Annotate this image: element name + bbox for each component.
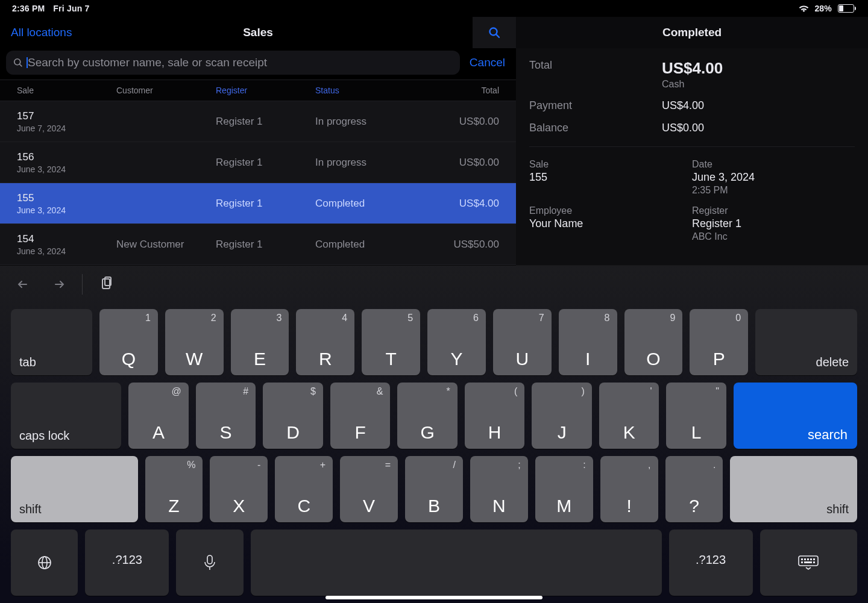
clock: 2:36 PM (12, 4, 45, 13)
key[interactable]: shift (11, 456, 138, 522)
key[interactable]: $D (263, 383, 323, 449)
key[interactable]: tab (11, 309, 92, 375)
col-sale[interactable]: Sale (17, 86, 116, 95)
key[interactable]: /B (405, 456, 463, 522)
svg-rect-15 (813, 558, 815, 560)
date-time: 2:35 PM (692, 185, 855, 196)
col-status[interactable]: Status (315, 86, 433, 95)
key[interactable]: +C (275, 456, 333, 522)
svg-line-3 (20, 64, 22, 66)
undo-icon[interactable] (17, 278, 33, 291)
key[interactable]: caps lock (11, 383, 121, 449)
search-button[interactable] (473, 17, 516, 48)
search-placeholder: Search by customer name, sale or scan re… (28, 56, 267, 69)
key[interactable]: 5T (362, 309, 420, 375)
col-total[interactable]: Total (433, 86, 499, 95)
table-header: Sale Customer Register Status Total (0, 80, 516, 101)
key[interactable]: (H (465, 383, 525, 449)
key[interactable]: shift (730, 456, 857, 522)
key[interactable] (760, 530, 857, 596)
sale-value: 155 (529, 171, 692, 184)
key[interactable]: ,! (600, 456, 658, 522)
key[interactable]: 1Q (99, 309, 158, 375)
balance-label: Balance (529, 122, 662, 134)
key[interactable]: #S (196, 383, 256, 449)
key[interactable] (11, 530, 78, 596)
battery-percent: 28% (814, 4, 832, 13)
key[interactable]: 'K (599, 383, 659, 449)
svg-rect-12 (804, 558, 806, 560)
svg-rect-16 (801, 561, 803, 563)
back-button[interactable]: All locations (0, 26, 72, 39)
home-indicator[interactable] (326, 596, 542, 599)
key[interactable]: 4R (296, 309, 354, 375)
key[interactable]: 0P (690, 309, 748, 375)
sale-label: Sale (529, 159, 692, 170)
detail-title: Completed (516, 17, 868, 48)
page-title: Sales (0, 26, 516, 39)
redo-icon[interactable] (49, 278, 65, 291)
battery-icon (837, 4, 856, 13)
key[interactable]: -X (210, 456, 268, 522)
key[interactable]: =V (340, 456, 398, 522)
key[interactable]: :M (535, 456, 593, 522)
date: Fri Jun 7 (53, 4, 89, 13)
key[interactable]: 7U (493, 309, 552, 375)
key[interactable]: .?123 (85, 530, 169, 596)
total-value: US$4.00 (662, 59, 855, 78)
balance-value: US$0.00 (662, 122, 855, 134)
register-org: ABC Inc (692, 231, 855, 242)
key[interactable]: .? (665, 456, 723, 522)
col-customer[interactable]: Customer (116, 86, 216, 95)
total-method: Cash (662, 79, 855, 90)
search-icon (12, 57, 24, 69)
key[interactable]: "L (666, 383, 726, 449)
key[interactable]: &F (330, 383, 391, 449)
key[interactable] (176, 530, 243, 596)
employee-label: Employee (529, 205, 692, 216)
payment-value: US$4.00 (662, 99, 855, 112)
svg-rect-17 (804, 561, 812, 563)
key[interactable]: )J (532, 383, 592, 449)
payment-label: Payment (529, 99, 662, 112)
register-label: Register (692, 205, 855, 216)
total-label: Total (529, 59, 662, 90)
cancel-button[interactable]: Cancel (466, 56, 509, 69)
key[interactable]: 9O (624, 309, 683, 375)
col-register[interactable]: Register (216, 86, 315, 95)
key[interactable]: 3E (231, 309, 289, 375)
key[interactable]: 6Y (427, 309, 486, 375)
key[interactable]: %Z (145, 456, 203, 522)
svg-line-1 (496, 34, 499, 37)
svg-rect-13 (807, 558, 809, 560)
table-row[interactable]: 156June 3, 2024Register 1In progressUS$0… (0, 142, 516, 183)
key[interactable]: *G (397, 383, 458, 449)
key[interactable] (251, 530, 662, 596)
text-caret (27, 57, 28, 68)
employee-value: Your Name (529, 217, 692, 230)
svg-rect-9 (207, 555, 212, 564)
key[interactable]: ;N (470, 456, 528, 522)
key[interactable]: .?123 (669, 530, 753, 596)
svg-rect-11 (801, 558, 803, 560)
date-value: June 3, 2024 (692, 171, 855, 184)
svg-rect-4 (102, 279, 110, 289)
svg-rect-14 (810, 558, 812, 560)
table-row[interactable]: 157June 7, 2024Register 1In progressUS$0… (0, 101, 516, 142)
key[interactable]: delete (755, 309, 857, 375)
svg-rect-18 (813, 561, 815, 563)
status-bar: 2:36 PM Fri Jun 7 28% (0, 0, 868, 17)
key[interactable]: search (734, 383, 857, 449)
key[interactable]: @A (128, 383, 189, 449)
key[interactable]: 8I (559, 309, 617, 375)
nav-bar: All locations Sales (0, 17, 516, 48)
svg-rect-10 (799, 556, 818, 566)
key[interactable]: 2W (165, 309, 224, 375)
on-screen-keyboard: tab1Q2W3E4R5T6Y7U8I9O0Pdeletecaps lock@A… (0, 266, 868, 603)
clipboard-icon[interactable] (99, 277, 114, 292)
search-input[interactable]: Search by customer name, sale or scan re… (6, 51, 460, 75)
register-value: Register 1 (692, 217, 855, 230)
table-row[interactable]: 154June 3, 2024New CustomerRegister 1Com… (0, 224, 516, 265)
table-row[interactable]: 155June 3, 2024Register 1CompletedUS$4.0… (0, 183, 516, 224)
date-label: Date (692, 159, 855, 170)
